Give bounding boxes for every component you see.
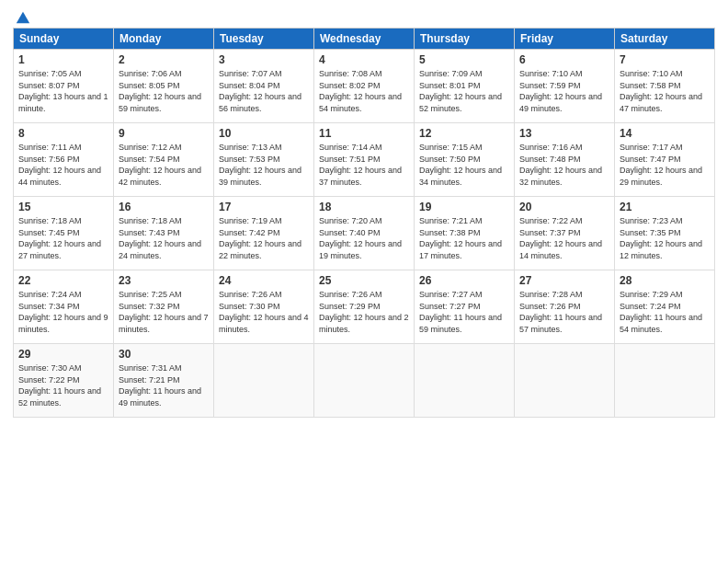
day-info: Sunrise: 7:16 AM Sunset: 7:48 PM Dayligh… xyxy=(519,142,609,188)
calendar-day-header: Thursday xyxy=(415,29,515,50)
day-info: Sunrise: 7:31 AM Sunset: 7:21 PM Dayligh… xyxy=(119,362,209,408)
calendar-header-row: SundayMondayTuesdayWednesdayThursdayFrid… xyxy=(14,29,715,50)
day-number: 21 xyxy=(620,201,710,213)
calendar-cell: 20 Sunrise: 7:22 AM Sunset: 7:37 PM Dayl… xyxy=(515,197,615,270)
day-info: Sunrise: 7:30 AM Sunset: 7:22 PM Dayligh… xyxy=(18,362,108,408)
day-info: Sunrise: 7:11 AM Sunset: 7:56 PM Dayligh… xyxy=(18,142,108,188)
calendar-cell xyxy=(415,344,515,418)
calendar-cell: 13 Sunrise: 7:16 AM Sunset: 7:48 PM Dayl… xyxy=(515,123,615,197)
day-info: Sunrise: 7:20 AM Sunset: 7:40 PM Dayligh… xyxy=(319,215,409,261)
day-info: Sunrise: 7:06 AM Sunset: 8:05 PM Dayligh… xyxy=(119,68,209,114)
calendar-cell: 9 Sunrise: 7:12 AM Sunset: 7:54 PM Dayli… xyxy=(114,123,214,197)
calendar-cell: 15 Sunrise: 7:18 AM Sunset: 7:45 PM Dayl… xyxy=(14,197,114,270)
calendar-cell xyxy=(515,344,615,418)
header xyxy=(13,9,715,22)
day-info: Sunrise: 7:05 AM Sunset: 8:07 PM Dayligh… xyxy=(18,68,108,114)
calendar-cell: 18 Sunrise: 7:20 AM Sunset: 7:40 PM Dayl… xyxy=(314,197,415,270)
day-number: 17 xyxy=(219,201,309,213)
svg-marker-0 xyxy=(17,12,29,24)
day-info: Sunrise: 7:26 AM Sunset: 7:29 PM Dayligh… xyxy=(319,289,409,335)
calendar-cell: 17 Sunrise: 7:19 AM Sunset: 7:42 PM Dayl… xyxy=(214,197,314,270)
day-info: Sunrise: 7:07 AM Sunset: 8:04 PM Dayligh… xyxy=(219,68,309,114)
day-info: Sunrise: 7:28 AM Sunset: 7:26 PM Dayligh… xyxy=(519,289,609,335)
day-number: 4 xyxy=(319,53,409,66)
day-info: Sunrise: 7:26 AM Sunset: 7:30 PM Dayligh… xyxy=(219,289,309,335)
day-info: Sunrise: 7:25 AM Sunset: 7:32 PM Dayligh… xyxy=(119,289,209,335)
day-number: 29 xyxy=(18,348,108,361)
calendar-cell: 21 Sunrise: 7:23 AM Sunset: 7:35 PM Dayl… xyxy=(615,197,715,270)
day-number: 3 xyxy=(219,53,309,66)
calendar-cell: 28 Sunrise: 7:29 AM Sunset: 7:24 PM Dayl… xyxy=(615,270,715,344)
calendar-cell: 5 Sunrise: 7:09 AM Sunset: 8:01 PM Dayli… xyxy=(415,50,515,123)
day-info: Sunrise: 7:12 AM Sunset: 7:54 PM Dayligh… xyxy=(119,142,209,188)
day-number: 11 xyxy=(319,127,409,140)
day-info: Sunrise: 7:09 AM Sunset: 8:01 PM Dayligh… xyxy=(419,68,509,114)
calendar-week-row: 22 Sunrise: 7:24 AM Sunset: 7:34 PM Dayl… xyxy=(14,270,715,344)
day-info: Sunrise: 7:18 AM Sunset: 7:43 PM Dayligh… xyxy=(119,215,209,261)
calendar-day-header: Saturday xyxy=(615,29,715,50)
day-info: Sunrise: 7:19 AM Sunset: 7:42 PM Dayligh… xyxy=(219,215,309,261)
calendar-day-header: Tuesday xyxy=(214,29,314,50)
day-number: 5 xyxy=(419,53,509,66)
day-number: 13 xyxy=(519,127,609,140)
day-info: Sunrise: 7:08 AM Sunset: 8:02 PM Dayligh… xyxy=(319,68,409,114)
calendar-cell: 8 Sunrise: 7:11 AM Sunset: 7:56 PM Dayli… xyxy=(14,123,114,197)
day-number: 6 xyxy=(519,53,609,66)
day-info: Sunrise: 7:10 AM Sunset: 7:59 PM Dayligh… xyxy=(519,68,609,114)
calendar-table: SundayMondayTuesdayWednesdayThursdayFrid… xyxy=(13,28,715,418)
day-info: Sunrise: 7:27 AM Sunset: 7:27 PM Dayligh… xyxy=(419,289,509,335)
day-number: 30 xyxy=(119,348,209,361)
calendar-cell: 1 Sunrise: 7:05 AM Sunset: 8:07 PM Dayli… xyxy=(14,50,114,123)
calendar-day-header: Monday xyxy=(114,29,214,50)
calendar-cell: 11 Sunrise: 7:14 AM Sunset: 7:51 PM Dayl… xyxy=(314,123,415,197)
calendar-cell: 24 Sunrise: 7:26 AM Sunset: 7:30 PM Dayl… xyxy=(214,270,314,344)
calendar-cell: 30 Sunrise: 7:31 AM Sunset: 7:21 PM Dayl… xyxy=(114,344,214,418)
day-number: 14 xyxy=(620,127,710,140)
day-number: 27 xyxy=(519,274,609,287)
calendar-cell: 29 Sunrise: 7:30 AM Sunset: 7:22 PM Dayl… xyxy=(14,344,114,418)
calendar-cell: 7 Sunrise: 7:10 AM Sunset: 7:58 PM Dayli… xyxy=(615,50,715,123)
day-info: Sunrise: 7:22 AM Sunset: 7:37 PM Dayligh… xyxy=(519,215,609,261)
calendar-week-row: 1 Sunrise: 7:05 AM Sunset: 8:07 PM Dayli… xyxy=(14,50,715,123)
day-number: 18 xyxy=(319,201,409,213)
calendar-week-row: 15 Sunrise: 7:18 AM Sunset: 7:45 PM Dayl… xyxy=(14,197,715,270)
calendar-cell xyxy=(214,344,314,418)
day-number: 7 xyxy=(620,53,710,66)
calendar-day-header: Friday xyxy=(515,29,615,50)
logo-text xyxy=(13,9,31,26)
calendar-cell: 22 Sunrise: 7:24 AM Sunset: 7:34 PM Dayl… xyxy=(14,270,114,344)
calendar-cell xyxy=(314,344,415,418)
calendar-cell: 2 Sunrise: 7:06 AM Sunset: 8:05 PM Dayli… xyxy=(114,50,214,123)
calendar-cell: 26 Sunrise: 7:27 AM Sunset: 7:27 PM Dayl… xyxy=(415,270,515,344)
logo xyxy=(13,9,31,22)
day-number: 22 xyxy=(18,274,108,287)
day-number: 15 xyxy=(18,201,108,213)
calendar-cell: 23 Sunrise: 7:25 AM Sunset: 7:32 PM Dayl… xyxy=(114,270,214,344)
day-number: 23 xyxy=(119,274,209,287)
calendar-cell: 27 Sunrise: 7:28 AM Sunset: 7:26 PM Dayl… xyxy=(515,270,615,344)
day-number: 2 xyxy=(119,53,209,66)
calendar-cell: 4 Sunrise: 7:08 AM Sunset: 8:02 PM Dayli… xyxy=(314,50,415,123)
calendar-cell: 3 Sunrise: 7:07 AM Sunset: 8:04 PM Dayli… xyxy=(214,50,314,123)
calendar-cell: 10 Sunrise: 7:13 AM Sunset: 7:53 PM Dayl… xyxy=(214,123,314,197)
calendar-cell: 19 Sunrise: 7:21 AM Sunset: 7:38 PM Dayl… xyxy=(415,197,515,270)
calendar-cell xyxy=(615,344,715,418)
day-info: Sunrise: 7:17 AM Sunset: 7:47 PM Dayligh… xyxy=(620,142,710,188)
day-info: Sunrise: 7:10 AM Sunset: 7:58 PM Dayligh… xyxy=(620,68,710,114)
calendar-day-header: Sunday xyxy=(14,29,114,50)
day-number: 24 xyxy=(219,274,309,287)
day-number: 20 xyxy=(519,201,609,213)
day-info: Sunrise: 7:13 AM Sunset: 7:53 PM Dayligh… xyxy=(219,142,309,188)
day-info: Sunrise: 7:15 AM Sunset: 7:50 PM Dayligh… xyxy=(419,142,509,188)
calendar-week-row: 8 Sunrise: 7:11 AM Sunset: 7:56 PM Dayli… xyxy=(14,123,715,197)
logo-icon xyxy=(15,9,31,26)
calendar-cell: 12 Sunrise: 7:15 AM Sunset: 7:50 PM Dayl… xyxy=(415,123,515,197)
calendar-cell: 25 Sunrise: 7:26 AM Sunset: 7:29 PM Dayl… xyxy=(314,270,415,344)
calendar-cell: 14 Sunrise: 7:17 AM Sunset: 7:47 PM Dayl… xyxy=(615,123,715,197)
day-number: 8 xyxy=(18,127,108,140)
calendar-cell: 6 Sunrise: 7:10 AM Sunset: 7:59 PM Dayli… xyxy=(515,50,615,123)
day-number: 16 xyxy=(119,201,209,213)
day-number: 28 xyxy=(620,274,710,287)
day-info: Sunrise: 7:18 AM Sunset: 7:45 PM Dayligh… xyxy=(18,215,108,261)
calendar-day-header: Wednesday xyxy=(314,29,415,50)
